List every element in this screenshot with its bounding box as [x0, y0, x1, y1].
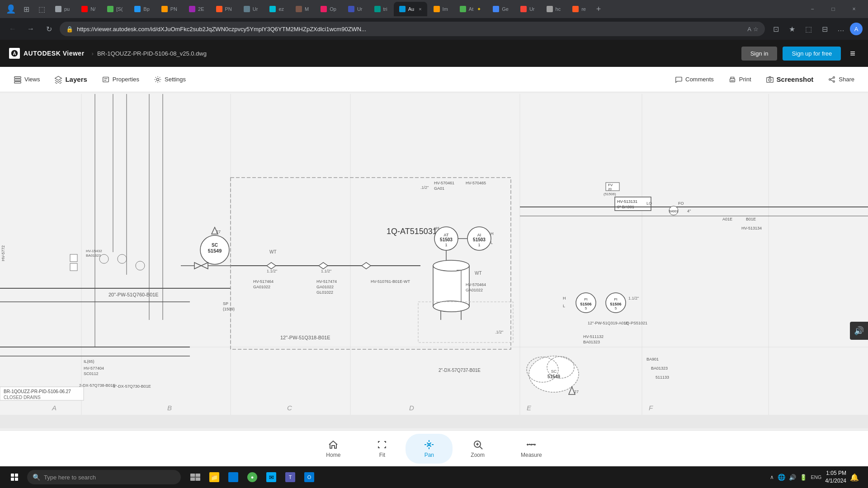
tab-m[interactable]: M [290, 2, 314, 16]
svg-rect-18 [0, 94, 868, 415]
extensions-btn[interactable]: ⊡ [769, 22, 783, 36]
extensions-icon[interactable]: ⊞ [19, 2, 33, 16]
tab-ur1[interactable]: Ur [238, 2, 264, 16]
svg-text:12"-PW-51Q319-A01E: 12"-PW-51Q319-A01E [588, 321, 629, 325]
views-button[interactable]: Views [7, 72, 46, 87]
comments-button[interactable]: Comments [668, 72, 720, 87]
tab-ur3[interactable]: Ur [515, 2, 540, 16]
properties-button[interactable]: Properties [95, 72, 146, 87]
svg-text:HV-510761-B01E-WT: HV-510761-B01E-WT [371, 279, 410, 284]
minimize-button[interactable]: − [802, 0, 823, 18]
tab-pu[interactable]: pu [50, 2, 75, 16]
tab-pn2[interactable]: PN [211, 2, 237, 16]
svg-text:BR-1QOUZZ-PR-PID-5106-06.27: BR-1QOUZZ-PR-PID-5106-06.27 [4, 389, 71, 394]
tab-sc[interactable]: [S( [102, 2, 128, 16]
tab-ez[interactable]: ez [264, 2, 289, 16]
svg-text:GL01022: GL01022 [316, 290, 333, 295]
network-icon[interactable]: 🌐 [778, 474, 785, 481]
nav-zoom[interactable]: Zoom [453, 434, 503, 464]
nav-measure[interactable]: Measure [503, 434, 560, 464]
bottom-nav: Home Fit Pan Zoom Measure [0, 430, 868, 466]
current-time: 1:05 PM [825, 469, 846, 477]
notification-icon[interactable]: 🔔 [850, 473, 859, 482]
battery-icon[interactable]: 🔋 [800, 474, 807, 481]
tab-group-icon[interactable]: ⬚ [34, 2, 49, 16]
taskbar-explorer[interactable]: 📁 [205, 468, 223, 486]
settings-button[interactable]: Settings [147, 72, 192, 87]
tab-ur2[interactable]: Ur [343, 2, 368, 16]
tab-na[interactable]: N/ [76, 2, 101, 16]
back-button[interactable]: ← [5, 22, 20, 36]
zoom-icon [472, 439, 483, 450]
svg-rect-5 [103, 77, 109, 82]
drawing-area[interactable]: 20"-PW-51Q760-B01E SC 51549 27 1Q-AT5150… [0, 92, 868, 430]
favorites-btn[interactable]: ★ [785, 22, 799, 36]
svg-text:A01E: A01E [722, 217, 732, 221]
system-tray-icons[interactable]: ∧ [770, 474, 774, 480]
bookmark-icon[interactable]: ☆ [753, 26, 759, 33]
nav-fit[interactable]: Fit [359, 434, 406, 464]
svg-rect-147 [70, 254, 77, 262]
tab-au[interactable]: Au × [394, 2, 427, 16]
tab-2e[interactable]: 2E [184, 2, 209, 16]
svg-text:FO: FO [678, 201, 684, 206]
tab-re[interactable]: re [567, 2, 591, 16]
svg-text:GA01022: GA01022 [316, 285, 334, 289]
forward-button[interactable]: → [24, 22, 38, 36]
taskbar-file-manager[interactable] [224, 468, 242, 486]
address-icons: A ☆ [747, 26, 759, 33]
more-tools-btn[interactable]: … [834, 22, 848, 36]
volume-icon[interactable]: 🔊 [789, 474, 796, 481]
main-content[interactable]: 20"-PW-51Q760-B01E SC 51549 27 1Q-AT5150… [0, 92, 868, 430]
start-button[interactable] [4, 466, 25, 488]
new-tab-button[interactable]: + [592, 3, 605, 15]
svg-text:HV-570461: HV-570461 [434, 181, 454, 185]
svg-text:HV-517474: HV-517474 [316, 279, 337, 284]
taskbar-app-chrome[interactable]: ● [243, 468, 261, 486]
svg-text:D: D [409, 404, 414, 412]
collections-btn[interactable]: ⬚ [801, 22, 816, 36]
nav-pan[interactable]: Pan [406, 434, 453, 464]
screenshot-button[interactable]: Screenshot [760, 72, 820, 87]
split-btn[interactable]: ⊟ [817, 22, 832, 36]
tab-op[interactable]: Op [315, 2, 342, 16]
language-indicator[interactable]: ENG [811, 474, 821, 480]
svg-text:L: L [491, 240, 493, 245]
profile-button[interactable]: A [850, 23, 863, 35]
tab-hc[interactable]: hc [541, 2, 566, 16]
time-display[interactable]: 1:05 PM 4/1/2024 [825, 469, 846, 485]
taskbar-search[interactable]: 🔍 Type here to search [27, 470, 181, 484]
svg-text:5: 5 [585, 306, 587, 310]
audio-button[interactable]: 🔊 [850, 322, 868, 340]
maximize-button[interactable]: □ [823, 0, 844, 18]
svg-text:C: C [287, 404, 292, 412]
taskbar-task-view[interactable] [186, 468, 204, 486]
svg-text:1: 1 [478, 243, 480, 247]
autodesk-logo[interactable]: A AUTODESK Viewer [9, 48, 85, 59]
nav-home[interactable]: Home [308, 434, 359, 464]
tab-im[interactable]: Im [428, 2, 453, 16]
tab-pn1[interactable]: PN [156, 2, 183, 16]
share-button[interactable]: Share [821, 72, 861, 87]
taskbar-app-mail[interactable]: ✉ [262, 468, 280, 486]
profile-icon[interactable]: 👤 [4, 2, 18, 16]
layers-button[interactable]: Layers [48, 72, 93, 87]
home-icon [328, 439, 339, 450]
menu-button[interactable]: ≡ [846, 47, 859, 61]
tab-ge[interactable]: Ge [487, 2, 514, 16]
tab-bp[interactable]: Bp [129, 2, 155, 16]
print-button[interactable]: Print [722, 72, 758, 87]
tab-close-icon[interactable]: × [419, 6, 421, 12]
reader-mode-icon[interactable]: A [747, 26, 751, 33]
refresh-button[interactable]: ↻ [42, 22, 56, 36]
taskbar-app-teams[interactable]: T [281, 468, 299, 486]
close-button[interactable]: × [844, 0, 864, 18]
sign-up-button[interactable]: Sign up for free [783, 47, 841, 61]
window-controls: − □ × [802, 0, 864, 18]
tab-tri[interactable]: tri [369, 2, 393, 16]
chevron-icon[interactable]: ∧ [770, 474, 774, 480]
sign-in-button[interactable]: Sign in [741, 47, 778, 61]
tab-at[interactable]: At ✦ [454, 2, 486, 16]
address-bar[interactable]: 🔒 https://viewer.autodesk.com/id/dXJuOmF… [60, 22, 765, 36]
taskbar-app-outlook[interactable]: O [300, 468, 318, 486]
